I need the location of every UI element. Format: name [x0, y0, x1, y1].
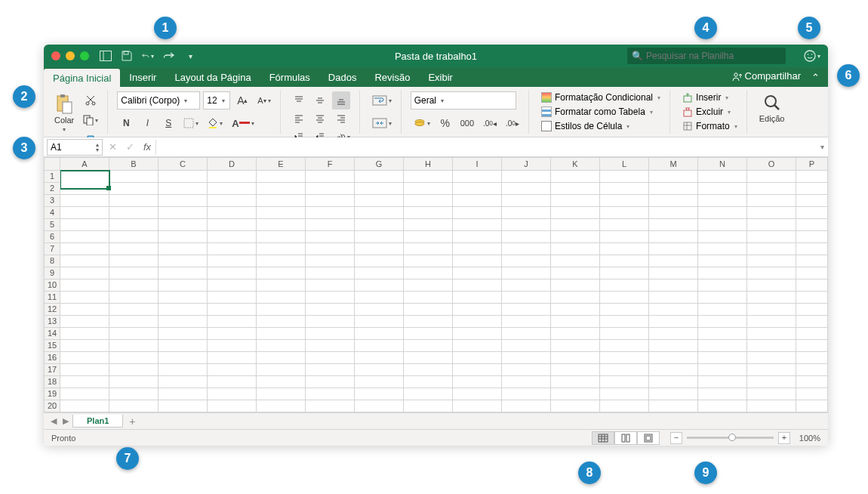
maximize-window-button[interactable] — [80, 51, 89, 60]
cell[interactable] — [600, 231, 649, 243]
spreadsheet-grid[interactable]: 1234567891011121314151617181920 ABCDEFGH… — [44, 157, 828, 412]
cell[interactable] — [159, 195, 208, 207]
merge-button[interactable] — [369, 114, 395, 132]
cell[interactable] — [796, 400, 828, 412]
cell[interactable] — [404, 376, 453, 388]
cell[interactable] — [502, 183, 551, 195]
cell[interactable] — [698, 279, 747, 292]
cell[interactable] — [208, 207, 257, 219]
cell[interactable] — [747, 376, 796, 388]
cell[interactable] — [600, 195, 649, 207]
cell[interactable] — [355, 195, 404, 207]
column-header[interactable]: C — [159, 157, 208, 171]
cell[interactable] — [306, 328, 355, 340]
cell[interactable] — [698, 207, 747, 219]
cell[interactable] — [257, 388, 306, 400]
cell[interactable] — [698, 340, 747, 352]
cell[interactable] — [453, 292, 502, 304]
cell[interactable] — [208, 340, 257, 352]
enter-formula-icon[interactable]: ✓ — [126, 141, 134, 153]
format-as-table-button[interactable]: Formatar como Tabela▾ — [538, 106, 663, 118]
cell[interactable] — [453, 352, 502, 364]
row-header[interactable]: 16 — [44, 352, 60, 364]
cell[interactable] — [600, 207, 649, 219]
cell[interactable] — [747, 183, 796, 195]
cell[interactable] — [453, 243, 502, 255]
cell[interactable] — [306, 219, 355, 231]
pane-toggle-icon[interactable] — [100, 50, 112, 62]
sheet-nav-prev[interactable]: ◀ — [48, 416, 59, 426]
cell[interactable] — [502, 171, 551, 183]
cell[interactable] — [159, 255, 208, 267]
cell[interactable] — [257, 400, 306, 412]
cell[interactable] — [159, 231, 208, 243]
cell[interactable] — [747, 352, 796, 364]
row-header[interactable]: 11 — [44, 292, 60, 304]
cell[interactable] — [649, 328, 698, 340]
cell[interactable] — [109, 388, 159, 400]
collapse-ribbon-button[interactable]: ⌃ — [808, 70, 822, 84]
cell[interactable] — [551, 340, 600, 352]
cell[interactable] — [60, 171, 109, 189]
font-size-select[interactable]: 12 — [203, 91, 230, 110]
cell[interactable] — [502, 195, 551, 207]
column-header[interactable]: K — [551, 157, 600, 171]
cell[interactable] — [355, 328, 404, 340]
cell[interactable] — [698, 388, 747, 400]
cell[interactable] — [551, 171, 600, 183]
row-header[interactable]: 15 — [44, 340, 60, 352]
cell[interactable] — [698, 364, 747, 376]
cell[interactable] — [60, 400, 109, 412]
cell[interactable] — [453, 316, 502, 328]
cell[interactable] — [600, 316, 649, 328]
row-header[interactable]: 7 — [44, 243, 60, 255]
cell[interactable] — [60, 292, 109, 304]
cell[interactable] — [208, 328, 257, 340]
copy-button[interactable] — [80, 111, 101, 129]
cell[interactable] — [404, 388, 453, 400]
tab-page-layout[interactable]: Layout da Página — [165, 67, 260, 87]
cell[interactable] — [257, 328, 306, 340]
cell[interactable] — [208, 292, 257, 304]
cell[interactable] — [306, 171, 355, 183]
cell[interactable] — [257, 304, 306, 316]
cell[interactable] — [159, 316, 208, 328]
cell[interactable] — [257, 231, 306, 243]
tab-review[interactable]: Revisão — [365, 67, 419, 87]
cell[interactable] — [159, 279, 208, 292]
cell[interactable] — [306, 304, 355, 316]
cell[interactable] — [649, 195, 698, 207]
cell[interactable] — [208, 231, 257, 243]
cell[interactable] — [355, 388, 404, 400]
number-format-select[interactable]: Geral — [411, 91, 516, 110]
cell[interactable] — [355, 292, 404, 304]
column-header[interactable]: D — [208, 157, 257, 171]
decrease-decimal-button[interactable]: .00▸ — [503, 114, 522, 132]
cell[interactable] — [649, 292, 698, 304]
redo-icon[interactable] — [163, 50, 175, 62]
cell[interactable] — [649, 171, 698, 183]
save-icon[interactable] — [121, 50, 133, 62]
cell[interactable] — [698, 328, 747, 340]
cell[interactable] — [747, 316, 796, 328]
cell[interactable] — [502, 255, 551, 267]
cell[interactable] — [355, 376, 404, 388]
increase-decimal-button[interactable]: .00◂ — [480, 114, 500, 132]
delete-cells-button[interactable]: Excluir▾ — [679, 106, 740, 118]
cell[interactable] — [208, 279, 257, 292]
decrease-font-button[interactable]: A▾ — [254, 91, 273, 110]
cell[interactable] — [600, 279, 649, 292]
row-header[interactable]: 4 — [44, 207, 60, 219]
cell[interactable] — [551, 328, 600, 340]
cell[interactable] — [551, 304, 600, 316]
cell[interactable] — [404, 171, 453, 183]
cell[interactable] — [404, 304, 453, 316]
cell[interactable] — [502, 304, 551, 316]
close-window-button[interactable] — [51, 51, 60, 60]
cell[interactable] — [404, 243, 453, 255]
cell[interactable] — [306, 292, 355, 304]
cell[interactable] — [306, 364, 355, 376]
cell[interactable] — [404, 267, 453, 279]
cell[interactable] — [600, 267, 649, 279]
cell[interactable] — [649, 243, 698, 255]
